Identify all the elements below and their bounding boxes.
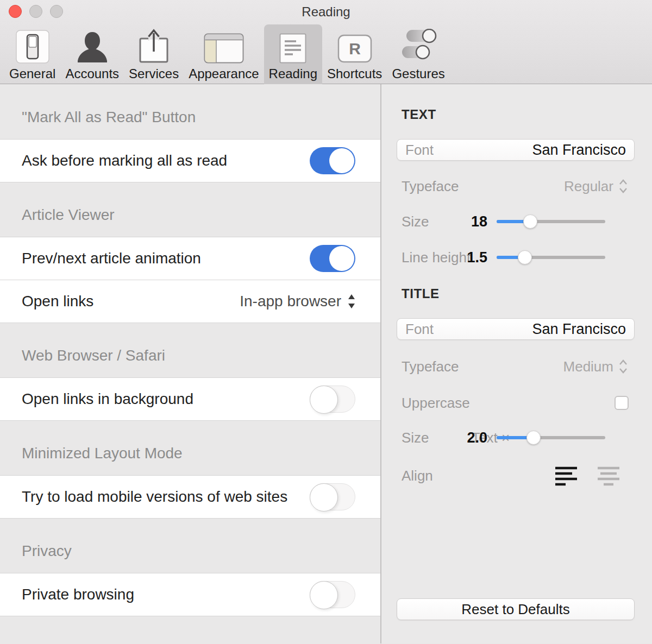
text-typeface-value: Regular (564, 178, 613, 195)
window-layout-icon (204, 28, 244, 64)
align-center-icon[interactable] (598, 466, 620, 486)
reset-to-defaults-button[interactable]: Reset to Defaults (397, 598, 635, 620)
setting-label: Open links (22, 293, 240, 310)
align-options (555, 466, 620, 486)
text-typeface-row: Typeface Regular (402, 177, 629, 195)
uppercase-checkbox[interactable] (615, 396, 629, 410)
align-label: Align (402, 468, 433, 484)
uppercase-label: Uppercase (402, 395, 470, 412)
slider-knob[interactable] (523, 214, 537, 229)
preferences-toolbar: General Accounts (0, 24, 652, 84)
text-font-button[interactable]: Font San Francisco (397, 139, 635, 161)
align-left-icon[interactable] (555, 466, 578, 486)
ask-before-marking-toggle[interactable] (310, 147, 355, 174)
slider-knob[interactable] (526, 431, 541, 445)
toolbar-item-appearance[interactable]: Appearance (184, 24, 264, 84)
setting-label: Prev/next article animation (22, 250, 310, 267)
font-label: Font (405, 321, 434, 338)
load-mobile-toggle[interactable] (310, 483, 355, 510)
title-section-header: TITLE (402, 286, 440, 302)
text-size-value: 18 (471, 213, 487, 230)
up-down-arrows-icon (348, 294, 355, 309)
section-header-mark-all-as-read: "Mark All as Read" Button (0, 84, 380, 139)
title-align-row: Align (402, 465, 629, 487)
titlebar: Reading (0, 0, 652, 24)
setting-row-open-links: Open links In-app browser (0, 280, 380, 323)
window-title: Reading (0, 4, 652, 20)
preferences-window: Reading General Ac (0, 0, 652, 644)
setting-row-load-mobile: Try to load mobile versions of web sites (0, 475, 380, 518)
switch-icon (16, 28, 49, 64)
line-height-label: Line height (402, 249, 471, 266)
text-line-height-value: 1.5 (467, 249, 487, 266)
toolbar-label: Appearance (189, 66, 259, 81)
text-size-slider[interactable] (497, 214, 605, 229)
slider-knobs-icon (398, 28, 439, 64)
text-typeface-select[interactable]: Regular (564, 178, 629, 195)
setting-row-ask-before-marking: Ask before marking all as read (0, 139, 380, 182)
size-label: Size (402, 213, 429, 230)
title-typeface-value: Medium (563, 358, 613, 375)
content-area: "Mark All as Read" Button Ask before mar… (0, 84, 652, 643)
typography-panel: TEXT Font San Francisco Typeface Regular… (381, 84, 652, 643)
title-typeface-row: Typeface Medium (402, 357, 629, 376)
toolbar-label: Services (129, 66, 179, 81)
chevron-up-down-icon (618, 358, 629, 375)
text-font-value: San Francisco (532, 142, 626, 159)
toolbar-label: General (9, 66, 55, 81)
toolbar-label: Accounts (65, 66, 119, 81)
text-line-height-row: Line height 1.5 (402, 248, 629, 267)
typeface-label: Typeface (402, 178, 459, 195)
text-line-height-slider[interactable] (497, 250, 605, 264)
svg-text:R: R (349, 40, 361, 58)
setting-row-private-browsing: Private browsing (0, 573, 380, 616)
settings-list-footer (0, 616, 380, 643)
document-lines-icon (279, 28, 306, 64)
setting-label: Private browsing (22, 586, 310, 603)
section-header-article-viewer: Article Viewer (0, 182, 380, 237)
toolbar-item-accounts[interactable]: Accounts (60, 24, 124, 84)
toolbar-item-reading[interactable]: Reading (264, 24, 322, 84)
title-font-button[interactable]: Font San Francisco (397, 318, 635, 340)
private-browsing-toggle[interactable] (310, 581, 355, 608)
toolbar-label: Gestures (392, 66, 444, 81)
person-icon (75, 28, 110, 64)
open-links-dropdown[interactable]: In-app browser (240, 293, 355, 310)
setting-label: Try to load mobile versions of web sites (22, 488, 310, 506)
typeface-label: Typeface (402, 358, 459, 375)
share-up-arrow-icon (137, 28, 170, 64)
toolbar-label: Shortcuts (327, 66, 382, 81)
font-label: Font (405, 142, 434, 159)
toolbar-label: Reading (269, 66, 317, 81)
toolbar-item-gestures[interactable]: Gestures (387, 24, 449, 84)
section-header-web-browser: Web Browser / Safari (0, 323, 380, 377)
prev-next-animation-toggle[interactable] (310, 245, 355, 272)
title-size-slider[interactable] (497, 431, 605, 445)
title-uppercase-row: Uppercase (402, 394, 629, 412)
window-chrome: Reading General Ac (0, 0, 652, 84)
toolbar-item-general[interactable]: General (4, 24, 60, 84)
setting-row-prev-next-animation: Prev/next article animation (0, 237, 380, 280)
settings-list: "Mark All as Read" Button Ask before mar… (0, 84, 381, 643)
section-header-minimized-layout: Minimized Layout Mode (0, 420, 380, 475)
text-section-header: TEXT (402, 106, 436, 123)
slider-knob[interactable] (518, 250, 532, 264)
setting-label: Ask before marking all as read (22, 152, 310, 169)
open-links-dropdown-value: In-app browser (240, 293, 341, 310)
title-font-value: San Francisco (532, 321, 626, 338)
section-header-privacy: Privacy (0, 518, 380, 573)
setting-row-open-links-background: Open links in background (0, 377, 380, 420)
text-size-row: Size 18 (402, 212, 629, 231)
size-label: Size (402, 430, 429, 446)
title-size-row: Size Text × 2.0 (402, 428, 629, 447)
title-typeface-select[interactable]: Medium (563, 358, 629, 375)
setting-label: Open links in background (22, 390, 310, 408)
open-links-background-toggle[interactable] (310, 386, 355, 413)
title-size-value: 2.0 (467, 430, 487, 446)
r-keycap-icon: R (337, 28, 372, 64)
chevron-up-down-icon (618, 178, 629, 194)
toolbar-item-shortcuts[interactable]: R Shortcuts (322, 24, 387, 84)
toolbar-item-services[interactable]: Services (124, 24, 184, 84)
